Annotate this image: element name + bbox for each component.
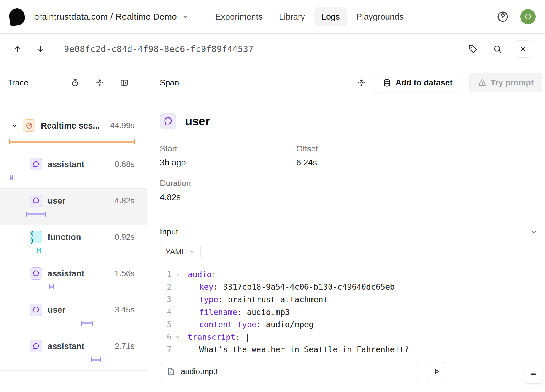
format-select-value: YAML bbox=[165, 247, 186, 256]
yaml-value: | bbox=[240, 332, 250, 342]
yaml-key: audio bbox=[188, 270, 211, 279]
trace-id: 9e08fc2d-c84d-4f98-8ec6-fc9f89f44537 bbox=[64, 44, 254, 54]
project-breadcrumb[interactable]: braintrustdata.com / Realtime Demo bbox=[34, 12, 189, 22]
close-trace-button[interactable] bbox=[514, 40, 532, 58]
previous-trace-button[interactable] bbox=[13, 44, 22, 54]
trace-span-row[interactable]: assistant 1.56s bbox=[0, 261, 147, 298]
expand-panel-button[interactable] bbox=[357, 78, 366, 87]
span-timeline-bar bbox=[26, 212, 46, 217]
close-icon bbox=[519, 45, 527, 53]
collapse-input-button[interactable] bbox=[530, 228, 538, 236]
add-to-dataset-label: Add to dataset bbox=[395, 78, 452, 87]
yaml-key: transcript bbox=[188, 332, 236, 342]
speech-bubble-icon bbox=[32, 306, 40, 314]
input-section-header: Input bbox=[160, 227, 542, 236]
collapse-vertical-icon bbox=[95, 78, 104, 87]
code-line-body: content_type: audio/mpeg bbox=[188, 318, 314, 331]
trace-span-row[interactable]: assistant 2.71s bbox=[0, 334, 147, 371]
span-name: user bbox=[48, 305, 65, 315]
yaml-key: key bbox=[199, 282, 214, 291]
avatar[interactable]: O bbox=[520, 9, 536, 24]
offset-value: 6.24s bbox=[296, 158, 433, 168]
code-fold-toggle[interactable] bbox=[172, 272, 183, 277]
yaml-code-block: 1 audio: 2 key: 3317cb18-9a54-4c06-b130-… bbox=[160, 268, 542, 356]
audio-attachment-chip[interactable]: audio.mp3 bbox=[160, 362, 420, 381]
span-name: user bbox=[48, 196, 65, 206]
code-line: 6 transcript: | bbox=[160, 331, 542, 343]
span-row-inner: user 3.45s bbox=[0, 298, 147, 316]
trace-span-row[interactable]: ( ) function 0.92s bbox=[0, 225, 147, 261]
yaml-separator: : bbox=[214, 282, 218, 291]
search-icon bbox=[493, 44, 502, 54]
line-number: 7 bbox=[160, 345, 172, 354]
stopwatch-icon bbox=[71, 78, 79, 87]
expand-vertical-icon bbox=[357, 78, 366, 87]
offset-label: Offset bbox=[296, 144, 433, 153]
nav-item-library[interactable]: Library bbox=[272, 7, 312, 26]
span-duration: 0.92s bbox=[111, 232, 135, 242]
yaml-separator: : bbox=[237, 307, 242, 317]
trace-span-row[interactable]: user 4.82s bbox=[0, 189, 147, 225]
warning-triangle-icon bbox=[478, 78, 487, 87]
chevron-down-icon[interactable] bbox=[11, 122, 18, 129]
nav-item-playgrounds[interactable]: Playgrounds bbox=[349, 7, 411, 26]
code-fold-toggle[interactable] bbox=[172, 334, 183, 339]
collapse-rows-button[interactable] bbox=[95, 78, 104, 87]
code-line: 5 content_type: audio/mpeg bbox=[160, 318, 542, 331]
next-trace-button[interactable] bbox=[36, 44, 45, 54]
try-prompt-button[interactable]: Try prompt bbox=[469, 73, 542, 92]
hamburger-icon bbox=[529, 370, 537, 379]
chevron-down-icon bbox=[189, 249, 195, 255]
arrow-up-icon bbox=[13, 44, 22, 54]
yaml-separator: : bbox=[218, 295, 223, 304]
duration-label: Duration bbox=[160, 179, 296, 188]
braintrust-logo-icon[interactable] bbox=[9, 7, 26, 26]
span-timeline-bar bbox=[37, 248, 41, 253]
timing-toggle-button[interactable] bbox=[71, 78, 79, 87]
tag-button[interactable] bbox=[468, 44, 478, 54]
nav-item-experiments[interactable]: Experiments bbox=[208, 7, 270, 26]
span-timeline-bar bbox=[81, 321, 93, 326]
format-select[interactable]: YAML bbox=[160, 244, 201, 259]
span-name: function bbox=[48, 232, 81, 242]
span-row-inner: assistant 1.56s bbox=[0, 261, 147, 280]
input-section-title: Input bbox=[160, 227, 178, 236]
code-line-body: filename: audio.mp3 bbox=[188, 306, 290, 318]
trace-sidebar: Trace bbox=[0, 64, 147, 392]
span-type-badge bbox=[160, 113, 176, 129]
span-timeline-bar bbox=[9, 139, 135, 144]
search-button[interactable] bbox=[493, 44, 502, 54]
span-type-badge bbox=[30, 195, 42, 207]
span-title-row: user bbox=[160, 113, 542, 129]
span-timeline-bar bbox=[10, 175, 13, 180]
span-meta: Start 3h ago Offset 6.24s Duration 4.82s bbox=[160, 144, 542, 202]
trace-span-row[interactable]: assistant 0.68s bbox=[0, 152, 147, 189]
code-line: 7 What's the weather in Seattle in Fahre… bbox=[160, 343, 542, 356]
span-name: assistant bbox=[48, 269, 84, 278]
span-row-inner: assistant 0.68s bbox=[0, 152, 147, 170]
start-value: 3h ago bbox=[160, 158, 296, 168]
span-panel: Span Add to dataset Try prompt bbox=[147, 64, 545, 392]
line-number: 4 bbox=[160, 307, 172, 316]
code-line-body: transcript: | bbox=[183, 331, 250, 343]
nav-divider bbox=[199, 8, 199, 26]
span-row-inner: assistant 2.71s bbox=[0, 334, 147, 352]
collapse-sidebar-button[interactable] bbox=[120, 78, 129, 87]
play-audio-button[interactable] bbox=[427, 362, 446, 381]
yaml-separator: : bbox=[236, 332, 240, 342]
trace-span-row[interactable]: user 3.45s bbox=[0, 298, 147, 334]
chevron-down-icon bbox=[182, 13, 189, 20]
database-icon bbox=[382, 78, 391, 87]
add-to-dataset-button[interactable]: Add to dataset bbox=[374, 73, 461, 92]
line-number: 5 bbox=[160, 320, 172, 329]
yaml-value: audio.mp3 bbox=[242, 307, 290, 317]
line-number: 2 bbox=[160, 283, 172, 291]
yaml-key: filename bbox=[199, 307, 237, 317]
panel-title: Span bbox=[160, 78, 179, 87]
yaml-value: 3317cb18-9a54-4c06-b130-c49640dc65eb bbox=[218, 282, 395, 291]
trace-span-row[interactable]: Realtime ses... 44.99s bbox=[0, 101, 147, 152]
nav-item-logs[interactable]: Logs bbox=[314, 7, 347, 26]
duration-value: 4.82s bbox=[160, 192, 296, 202]
help-button[interactable] bbox=[496, 10, 509, 23]
overflow-menu-button[interactable] bbox=[524, 365, 543, 384]
